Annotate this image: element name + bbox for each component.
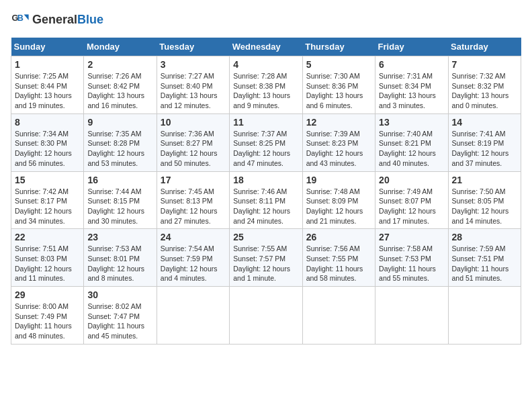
day-info: Sunrise: 7:25 AM Sunset: 8:44 PM Dayligh… — [15, 71, 80, 111]
calendar-day-3: 3 Sunrise: 7:27 AM Sunset: 8:40 PM Dayli… — [157, 56, 229, 114]
day-number: 26 — [306, 232, 371, 242]
day-number: 10 — [161, 117, 226, 128]
header-friday: Friday — [375, 38, 448, 56]
day-number: 29 — [15, 289, 80, 300]
calendar-day-1: 1 Sunrise: 7:25 AM Sunset: 8:44 PM Dayli… — [11, 56, 84, 114]
day-info: Sunrise: 7:59 AM Sunset: 7:51 PM Dayligh… — [452, 244, 517, 283]
day-number: 17 — [161, 175, 226, 185]
day-number: 2 — [87, 59, 152, 70]
day-info: Sunrise: 7:46 AM Sunset: 8:11 PM Dayligh… — [233, 187, 298, 226]
header-monday: Monday — [84, 38, 157, 56]
calendar-day-7: 7 Sunrise: 7:32 AM Sunset: 8:32 PM Dayli… — [448, 56, 521, 114]
day-number: 21 — [452, 175, 517, 185]
day-number: 27 — [379, 232, 444, 242]
calendar-day-12: 12 Sunrise: 7:39 AM Sunset: 8:23 PM Dayl… — [302, 113, 375, 171]
day-number: 5 — [306, 59, 371, 70]
day-info: Sunrise: 7:45 AM Sunset: 8:13 PM Dayligh… — [161, 187, 226, 226]
day-number: 8 — [15, 117, 80, 128]
calendar-day-27: 27 Sunrise: 7:58 AM Sunset: 7:53 PM Dayl… — [375, 229, 448, 287]
day-number: 19 — [306, 175, 371, 185]
empty-cell — [448, 287, 521, 345]
day-number: 14 — [452, 117, 517, 128]
day-number: 3 — [161, 59, 226, 70]
logo-icon: G B — [11, 11, 30, 30]
empty-cell — [375, 287, 448, 345]
calendar-week-4: 22 Sunrise: 7:51 AM Sunset: 8:03 PM Dayl… — [11, 229, 521, 287]
calendar-day-13: 13 Sunrise: 7:40 AM Sunset: 8:21 PM Dayl… — [375, 113, 448, 171]
day-info: Sunrise: 7:58 AM Sunset: 7:53 PM Dayligh… — [379, 244, 444, 283]
calendar-day-4: 4 Sunrise: 7:28 AM Sunset: 8:38 PM Dayli… — [230, 56, 302, 114]
calendar-day-8: 8 Sunrise: 7:34 AM Sunset: 8:30 PM Dayli… — [11, 113, 84, 171]
day-info: Sunrise: 7:53 AM Sunset: 8:01 PM Dayligh… — [87, 244, 152, 283]
weekday-header-row: Sunday Monday Tuesday Wednesday Thursday… — [11, 38, 521, 56]
day-info: Sunrise: 7:51 AM Sunset: 8:03 PM Dayligh… — [15, 244, 80, 283]
day-info: Sunrise: 7:42 AM Sunset: 8:17 PM Dayligh… — [15, 187, 80, 226]
calendar-day-6: 6 Sunrise: 7:31 AM Sunset: 8:34 PM Dayli… — [375, 56, 448, 114]
logo-text: GeneralBlue — [32, 13, 103, 27]
calendar-day-25: 25 Sunrise: 7:55 AM Sunset: 7:57 PM Dayl… — [230, 229, 302, 287]
calendar-day-11: 11 Sunrise: 7:37 AM Sunset: 8:25 PM Dayl… — [230, 113, 302, 171]
empty-cell — [230, 287, 302, 345]
day-info: Sunrise: 7:44 AM Sunset: 8:15 PM Dayligh… — [87, 187, 152, 226]
calendar-day-24: 24 Sunrise: 7:54 AM Sunset: 7:59 PM Dayl… — [157, 229, 229, 287]
calendar-day-18: 18 Sunrise: 7:46 AM Sunset: 8:11 PM Dayl… — [230, 171, 302, 229]
day-info: Sunrise: 7:50 AM Sunset: 8:05 PM Dayligh… — [452, 187, 517, 226]
day-number: 24 — [161, 232, 226, 242]
calendar-day-26: 26 Sunrise: 7:56 AM Sunset: 7:55 PM Dayl… — [302, 229, 375, 287]
day-info: Sunrise: 7:48 AM Sunset: 8:09 PM Dayligh… — [306, 187, 371, 226]
day-number: 9 — [87, 117, 152, 128]
header-tuesday: Tuesday — [157, 38, 229, 56]
header-wednesday: Wednesday — [230, 38, 302, 56]
day-info: Sunrise: 7:41 AM Sunset: 8:19 PM Dayligh… — [452, 129, 517, 169]
day-info: Sunrise: 7:27 AM Sunset: 8:40 PM Dayligh… — [161, 71, 226, 111]
day-number: 18 — [233, 175, 298, 185]
day-number: 1 — [15, 59, 80, 70]
day-number: 11 — [233, 117, 298, 128]
day-info: Sunrise: 7:54 AM Sunset: 7:59 PM Dayligh… — [161, 244, 226, 283]
calendar-day-23: 23 Sunrise: 7:53 AM Sunset: 8:01 PM Dayl… — [84, 229, 157, 287]
day-info: Sunrise: 7:28 AM Sunset: 8:38 PM Dayligh… — [233, 71, 298, 111]
day-number: 22 — [15, 232, 80, 242]
day-number: 20 — [379, 175, 444, 185]
calendar-day-22: 22 Sunrise: 7:51 AM Sunset: 8:03 PM Dayl… — [11, 229, 84, 287]
calendar-day-21: 21 Sunrise: 7:50 AM Sunset: 8:05 PM Dayl… — [448, 171, 521, 229]
day-info: Sunrise: 7:34 AM Sunset: 8:30 PM Dayligh… — [15, 129, 80, 169]
calendar-week-3: 15 Sunrise: 7:42 AM Sunset: 8:17 PM Dayl… — [11, 171, 521, 229]
calendar-day-15: 15 Sunrise: 7:42 AM Sunset: 8:17 PM Dayl… — [11, 171, 84, 229]
day-info: Sunrise: 8:00 AM Sunset: 7:49 PM Dayligh… — [15, 302, 80, 341]
empty-cell — [302, 287, 375, 345]
day-info: Sunrise: 8:02 AM Sunset: 7:47 PM Dayligh… — [87, 302, 152, 341]
day-info: Sunrise: 7:32 AM Sunset: 8:32 PM Dayligh… — [452, 71, 517, 111]
calendar-week-5: 29 Sunrise: 8:00 AM Sunset: 7:49 PM Dayl… — [11, 287, 521, 345]
calendar-day-19: 19 Sunrise: 7:48 AM Sunset: 8:09 PM Dayl… — [302, 171, 375, 229]
day-number: 4 — [233, 59, 298, 70]
calendar-day-30: 30 Sunrise: 8:02 AM Sunset: 7:47 PM Dayl… — [84, 287, 157, 345]
day-number: 25 — [233, 232, 298, 242]
day-info: Sunrise: 7:39 AM Sunset: 8:23 PM Dayligh… — [306, 129, 371, 169]
empty-cell — [157, 287, 229, 345]
header-sunday: Sunday — [11, 38, 84, 56]
calendar-day-17: 17 Sunrise: 7:45 AM Sunset: 8:13 PM Dayl… — [157, 171, 229, 229]
day-number: 23 — [87, 232, 152, 242]
svg-text:B: B — [17, 13, 24, 23]
day-number: 7 — [452, 59, 517, 70]
day-info: Sunrise: 7:49 AM Sunset: 8:07 PM Dayligh… — [379, 187, 444, 226]
calendar-week-2: 8 Sunrise: 7:34 AM Sunset: 8:30 PM Dayli… — [11, 113, 521, 171]
day-number: 15 — [15, 175, 80, 185]
logo: G B GeneralBlue — [11, 11, 103, 30]
day-info: Sunrise: 7:37 AM Sunset: 8:25 PM Dayligh… — [233, 129, 298, 169]
header-thursday: Thursday — [302, 38, 375, 56]
page-header: G B GeneralBlue — [11, 11, 521, 30]
day-info: Sunrise: 7:36 AM Sunset: 8:27 PM Dayligh… — [161, 129, 226, 169]
day-number: 28 — [452, 232, 517, 242]
day-info: Sunrise: 7:30 AM Sunset: 8:36 PM Dayligh… — [306, 71, 371, 111]
header-saturday: Saturday — [448, 38, 521, 56]
calendar-day-28: 28 Sunrise: 7:59 AM Sunset: 7:51 PM Dayl… — [448, 229, 521, 287]
calendar-week-1: 1 Sunrise: 7:25 AM Sunset: 8:44 PM Dayli… — [11, 56, 521, 114]
day-number: 16 — [87, 175, 152, 185]
day-number: 12 — [306, 117, 371, 128]
calendar-table: Sunday Monday Tuesday Wednesday Thursday… — [11, 38, 521, 345]
calendar-day-9: 9 Sunrise: 7:35 AM Sunset: 8:28 PM Dayli… — [84, 113, 157, 171]
calendar-day-5: 5 Sunrise: 7:30 AM Sunset: 8:36 PM Dayli… — [302, 56, 375, 114]
day-number: 30 — [87, 289, 152, 300]
